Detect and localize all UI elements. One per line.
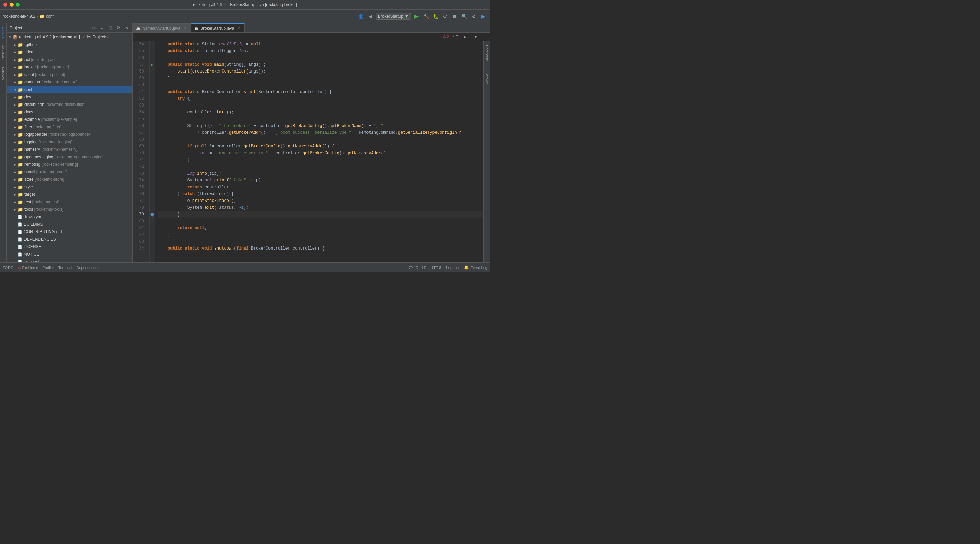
code-line: [158, 102, 483, 109]
tree-close-btn[interactable]: ✕: [124, 25, 130, 31]
update-button[interactable]: ▶: [479, 12, 487, 21]
coverage-button[interactable]: 🛡: [441, 12, 449, 21]
favorites-tab[interactable]: Favorites: [0, 64, 6, 86]
tree-item-github[interactable]: ▶ 📁 .github: [7, 41, 132, 48]
tree-item-test[interactable]: ▶ 📁 test [rocketmq-test]: [7, 198, 132, 206]
file-tree-panel: Project ⚙ ≡ ⊟ ⚙ ✕ ▼ 📦 rocketmq-all-4.9.2…: [7, 23, 133, 262]
tree-item-logging[interactable]: ▶ 📁 logging [rocketmq-logging]: [7, 138, 132, 146]
minimize-button[interactable]: [10, 3, 14, 7]
code-line: } catch (Throwable e) {: [158, 191, 483, 198]
terminal-item[interactable]: Terminal: [58, 266, 73, 270]
search-button[interactable]: 🔍: [460, 12, 468, 21]
tab-close[interactable]: ✕: [236, 26, 241, 30]
tree-filter-btn[interactable]: ⊟: [107, 25, 113, 31]
tree-item-example[interactable]: ▶ 📁 example [rocketmq-example]: [7, 116, 132, 123]
gutter-line: [150, 75, 155, 82]
tree-item-acl[interactable]: ▶ 📁 acl [rocketmq-acl]: [7, 56, 132, 63]
tree-item-label: example [rocketmq-example]: [24, 117, 77, 122]
vcs-button[interactable]: 👤: [356, 12, 365, 21]
tree-item-contributing[interactable]: 📄 CONTRIBUTING.md: [7, 228, 132, 236]
build-button[interactable]: 🔨: [422, 12, 430, 21]
maven-tab[interactable]: Maven: [484, 70, 490, 87]
tree-item-conf[interactable]: ▼ 📁 conf: [7, 86, 132, 93]
tree-item-target[interactable]: ▶ 📁 target: [7, 191, 132, 198]
tree-item-docs[interactable]: ▶ 📁 docs: [7, 108, 132, 116]
tree-root[interactable]: ▼ 📦 rocketmq-all-4.9.2 [rocketmq-all] ~/…: [7, 34, 132, 41]
conf-label: conf: [46, 14, 54, 19]
tree-item-pom[interactable]: 📄 pom.xml: [7, 258, 132, 262]
error-count[interactable]: ⚠ 2: [443, 34, 449, 39]
gutter-line: [150, 170, 155, 177]
maximize-button[interactable]: [16, 3, 20, 7]
run-button[interactable]: ▶: [412, 12, 421, 21]
gutter-line: [150, 109, 155, 116]
tree-item-distribution[interactable]: ▶ 📁 distribution [rocketmq-distribution]: [7, 101, 132, 108]
code-line: e.printStackTrace();: [158, 198, 483, 204]
tree-item-license[interactable]: 📄 LICENSE: [7, 243, 132, 250]
tree-collapse-btn[interactable]: ≡: [99, 25, 105, 31]
structure-tab[interactable]: Structure: [0, 41, 6, 64]
debug-button[interactable]: 🐛: [431, 12, 440, 21]
tree-item-dependencies[interactable]: 📄 DEPENDENCIES: [7, 236, 132, 243]
close-button[interactable]: [3, 3, 8, 7]
project-tab[interactable]: Project: [0, 23, 6, 41]
tree-item-store[interactable]: ▶ 📁 store [rocketmq-store]: [7, 175, 132, 183]
indent-item[interactable]: 4 spaces: [445, 266, 460, 270]
gutter-line: [150, 245, 155, 252]
encoding-item[interactable]: UTF-8: [430, 266, 441, 270]
tree-item-dev[interactable]: ▶ 📁 dev: [7, 93, 132, 101]
tree-item-common[interactable]: ▶ 📁 common [rocketmq-common]: [7, 78, 132, 86]
tree-item-namesrv[interactable]: ▶ 📁 namesrv [rocketmq-namesrv]: [7, 146, 132, 153]
tree-item-idea[interactable]: ▶ 📁 .idea: [7, 48, 132, 56]
todo-item[interactable]: TODO: [3, 266, 14, 270]
tree-gear-btn[interactable]: ⚙: [115, 25, 121, 31]
run-config-dropdown[interactable]: BrokerStartup ▼: [375, 13, 411, 20]
event-log-item[interactable]: 🔔 Event Log: [464, 265, 487, 270]
line-num: 74: [133, 177, 147, 184]
profiler-item[interactable]: Profiler: [42, 266, 54, 270]
database-tab[interactable]: Database: [484, 42, 490, 64]
folder-icon: 📁: [18, 95, 23, 100]
code-line: log.info(tip);: [158, 170, 483, 177]
warning-count[interactable]: ✓ 7: [452, 34, 458, 39]
code-content[interactable]: public static String configFile = null; …: [155, 41, 483, 262]
tree-item-broker[interactable]: ▶ 📁 broker [rocketmq-broker]: [7, 63, 132, 71]
gutter-line: [150, 116, 155, 123]
tree-item-building[interactable]: 📄 BUILDING: [7, 220, 132, 228]
tab-broker[interactable]: ☕ BrokerStartup.java ✕: [191, 24, 245, 32]
tree-item-label: filter [rocketmq-filter]: [24, 124, 62, 129]
tree-item-srvutil[interactable]: ▶ 📁 srvutil [rocketmq-srvutil]: [7, 168, 132, 175]
back-button[interactable]: ◀: [366, 12, 374, 21]
warnings-down[interactable]: ▼: [472, 33, 480, 41]
tree-item-remoting[interactable]: ▶ 📁 remoting [rocketmq-remoting]: [7, 161, 132, 168]
tab-namesrv[interactable]: ☕ NamesrvStartup.java ✕: [133, 24, 191, 32]
code-line: public static void main(String[] args) {: [158, 61, 483, 68]
tree-item-filter[interactable]: ▶ 📁 filter [rocketmq-filter]: [7, 123, 132, 131]
folder-icon: 📁: [18, 80, 23, 85]
gutter-line: [150, 156, 155, 163]
warnings-up[interactable]: ▲: [461, 33, 469, 41]
position-item[interactable]: 79:10: [409, 266, 418, 270]
settings-button[interactable]: ⚙: [469, 12, 478, 21]
tree-item-logappender[interactable]: ▶ 📁 logappender [rocketmq-logappender]: [7, 131, 132, 138]
tree-item-tools[interactable]: ▶ 📁 tools [rocketmq-tools]: [7, 206, 132, 213]
dependencies-item[interactable]: Dependencies: [76, 266, 100, 270]
problems-item[interactable]: ⚠ Problems: [18, 265, 38, 270]
tree-item-client[interactable]: ▶ 📁 client [rocketmq-client]: [7, 71, 132, 78]
line-ending-item[interactable]: LF: [422, 266, 426, 270]
java-icon: ☕: [136, 26, 140, 30]
tree-item-openmessaging[interactable]: ▶ 📁 openmessaging [rocketmq-openmessagin…: [7, 153, 132, 161]
code-line: [158, 54, 483, 61]
tree-settings-btn[interactable]: ⚙: [91, 25, 97, 31]
line-num: 70: [133, 150, 147, 156]
tree-item-notice[interactable]: 📄 NOTICE: [7, 250, 132, 258]
tree-item-travis[interactable]: 📄 .travis.yml: [7, 213, 132, 220]
tree-item-style[interactable]: ▶ 📁 style: [7, 183, 132, 191]
run-gutter-icon[interactable]: ▶: [151, 62, 153, 67]
java-icon: ☕: [194, 26, 198, 30]
code-line: [158, 163, 483, 170]
tab-close[interactable]: ✕: [182, 26, 187, 30]
stop-button[interactable]: ⏹: [450, 12, 459, 21]
code-line: return controller;: [158, 184, 483, 191]
breakpoint-icon[interactable]: ⬤: [150, 212, 154, 217]
